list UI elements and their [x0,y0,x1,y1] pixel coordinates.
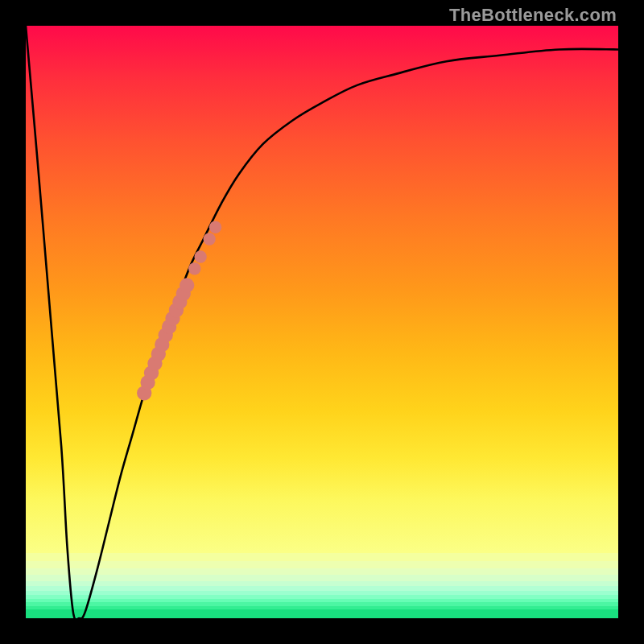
highlight-dot [188,262,200,275]
plot-area [26,26,618,618]
highlight-dot [209,221,221,233]
watermark-text: TheBottleneck.com [449,5,617,26]
highlight-dot [180,278,194,292]
chart-frame: TheBottleneck.com [0,0,644,644]
highlight-dot [194,250,206,262]
chart-svg [26,26,618,618]
bottleneck-curve [26,26,618,618]
highlight-dot [203,233,215,245]
highlight-points [137,221,221,401]
